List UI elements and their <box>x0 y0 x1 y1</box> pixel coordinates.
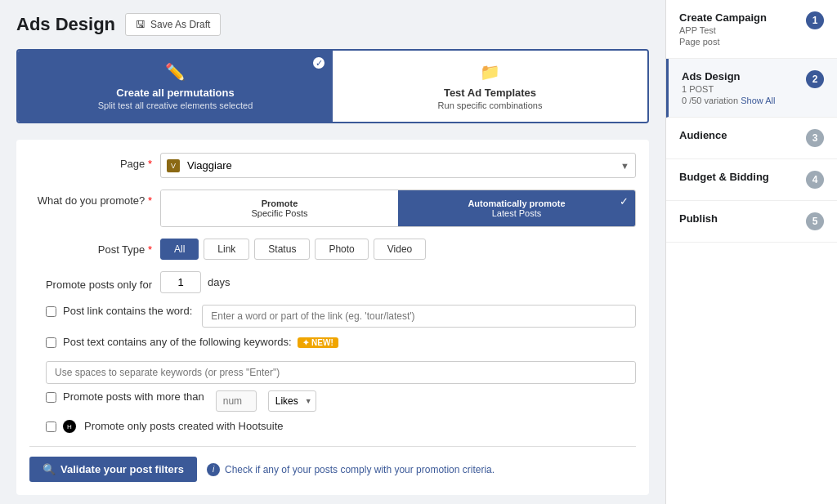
sidebar-audience-title: Audience <box>679 129 806 141</box>
pt-status-button[interactable]: Status <box>254 239 310 260</box>
step-badge-2: 2 <box>806 70 824 88</box>
sidebar-create-campaign-sub2: Page post <box>679 37 806 47</box>
days-text: days <box>208 276 230 288</box>
more-than-row: Promote posts with more than Likes <box>46 390 636 412</box>
hootsuite-icon: H <box>63 420 76 433</box>
save-icon: 🖫 <box>136 19 145 30</box>
test-ad-title: Test Ad Templates <box>346 87 634 99</box>
promote-days-label: Promote posts only for <box>29 274 152 291</box>
hootsuite-checkbox[interactable] <box>46 421 56 432</box>
sidebar-budget-content: Budget & Bidding <box>679 171 806 183</box>
post-text-checkbox[interactable] <box>46 337 56 348</box>
promote-latest-check: ✓ <box>620 195 629 207</box>
promote-toggle: Promote Specific Posts ✓ Automatically p… <box>160 190 636 227</box>
test-ad-icon: 📁 <box>346 62 634 82</box>
sidebar-create-campaign-content: Create Campaign APP Test Page post <box>679 11 806 47</box>
search-icon: 🔍 <box>43 463 56 475</box>
hootsuite-label: Promote only posts created with Hootsuit… <box>84 420 284 432</box>
show-all-link[interactable]: Show All <box>741 96 775 105</box>
info-icon: i <box>207 463 220 476</box>
sidebar-budget-title: Budget & Bidding <box>679 171 806 183</box>
sidebar-item-ads-design[interactable]: Ads Design 1 POST 0 /50 variation Show A… <box>666 59 837 118</box>
new-badge: ✦ NEW! <box>298 337 338 348</box>
promote-latest-button[interactable]: ✓ Automatically promote Latest Posts <box>398 190 635 226</box>
sidebar-ads-design-title: Ads Design <box>682 70 806 83</box>
step-badge-3: 3 <box>806 129 824 147</box>
promote-latest-title: Automatically promote <box>408 198 625 208</box>
step-badge-4: 4 <box>806 171 824 189</box>
likes-select[interactable]: Likes <box>268 390 316 412</box>
post-text-row: Post text contains any of the following … <box>46 336 636 348</box>
pt-link-button[interactable]: Link <box>204 239 249 260</box>
mode-card-create-all[interactable]: ✓ ✏️ Create all permutations Split test … <box>18 51 333 122</box>
page-title: Ads Design <box>16 14 115 35</box>
validate-info[interactable]: i Check if any of your posts comply with… <box>207 463 495 476</box>
post-text-section: Post text contains any of the following … <box>46 336 636 384</box>
create-all-title: Create all permutations <box>31 87 320 99</box>
post-type-group: All Link Status Photo Video <box>160 239 636 260</box>
sidebar-create-campaign-sub1: APP Test <box>679 25 806 35</box>
sidebar-ads-design-sub1: 1 POST <box>682 84 806 94</box>
save-draft-button[interactable]: 🖫 Save As Draft <box>125 13 221 36</box>
sidebar-item-budget-bidding[interactable]: Budget & Bidding 4 <box>666 159 837 201</box>
validate-button[interactable]: 🔍 Validate your post filters <box>29 457 197 482</box>
page-control: V Viaggiare ▼ <box>160 153 636 178</box>
days-row: days <box>160 271 636 293</box>
step-badge-5: 5 <box>806 212 824 230</box>
sidebar-create-campaign-title: Create Campaign <box>679 11 806 24</box>
sidebar-ads-design-sub2: 0 /50 variation Show All <box>682 96 806 105</box>
page-header: Ads Design 🖫 Save As Draft <box>16 13 649 36</box>
create-all-subtitle: Split test all creative elements selecte… <box>31 100 320 110</box>
post-link-label: Post link contains the word: <box>63 305 192 317</box>
create-all-icon: ✏️ <box>31 62 320 82</box>
promote-specific-sub: Specific Posts <box>171 208 388 218</box>
post-link-input[interactable] <box>202 305 636 328</box>
pt-photo-button[interactable]: Photo <box>315 239 368 260</box>
sidebar-publish-title: Publish <box>679 212 806 225</box>
sidebar-item-audience[interactable]: Audience 3 <box>666 118 837 159</box>
filters-section: Post link contains the word: Post text c… <box>29 305 636 433</box>
more-than-label: Promote posts with more than <box>63 390 204 403</box>
what-promote-label: What do you promote? * <box>29 190 152 207</box>
promote-days-control: days <box>160 271 636 293</box>
page-select[interactable]: Viaggiare <box>160 153 636 178</box>
page-label: Page * <box>29 153 152 170</box>
post-text-label: Post text contains any of the following … <box>63 336 338 348</box>
keyword-input[interactable] <box>46 361 636 384</box>
hootsuite-row: H Promote only posts created with Hootsu… <box>46 420 636 433</box>
mode-selector: ✓ ✏️ Create all permutations Split test … <box>16 49 649 123</box>
post-type-row: Post Type * All Link Status Photo Video <box>29 239 636 260</box>
likes-wrap: Likes <box>268 390 316 412</box>
what-promote-required: * <box>148 194 152 207</box>
post-link-row: Post link contains the word: <box>46 305 636 328</box>
mode-check-create-all: ✓ <box>311 56 326 70</box>
what-promote-row: What do you promote? * Promote Specific … <box>29 190 636 227</box>
page-required: * <box>148 158 152 170</box>
post-link-checkbox[interactable] <box>46 306 56 317</box>
pt-video-button[interactable]: Video <box>374 239 426 260</box>
promote-latest-sub: Latest Posts <box>408 208 625 218</box>
sidebar: Create Campaign APP Test Page post 1 Ads… <box>665 0 837 504</box>
sidebar-item-create-campaign[interactable]: Create Campaign APP Test Page post 1 <box>666 0 837 59</box>
promote-days-row: Promote posts only for days <box>29 271 636 293</box>
sidebar-ads-design-content: Ads Design 1 POST 0 /50 variation Show A… <box>682 70 806 105</box>
promote-toggle-wrap: Promote Specific Posts ✓ Automatically p… <box>160 190 636 227</box>
sidebar-item-publish[interactable]: Publish 5 <box>666 201 837 243</box>
page-select-wrap: V Viaggiare ▼ <box>160 153 636 178</box>
save-draft-label: Save As Draft <box>150 19 210 30</box>
pt-all-button[interactable]: All <box>160 239 199 260</box>
validate-info-text: Check if any of your posts comply with y… <box>225 464 495 475</box>
step-badge-1: 1 <box>806 11 824 29</box>
page-icon: V <box>167 159 180 172</box>
page-row: Page * V Viaggiare ▼ <box>29 153 636 178</box>
more-than-checkbox[interactable] <box>46 392 56 403</box>
validate-label: Validate your post filters <box>60 463 184 475</box>
promote-specific-button[interactable]: Promote Specific Posts <box>161 190 398 226</box>
post-type-label: Post Type * <box>29 239 152 256</box>
promote-specific-title: Promote <box>171 198 388 208</box>
num-input[interactable] <box>216 390 257 412</box>
days-input[interactable] <box>160 271 201 293</box>
validate-section: 🔍 Validate your post filters i Check if … <box>29 446 636 482</box>
mode-card-test-ad[interactable]: 📁 Test Ad Templates Run specific combina… <box>333 51 647 122</box>
post-type-control: All Link Status Photo Video <box>160 239 636 260</box>
